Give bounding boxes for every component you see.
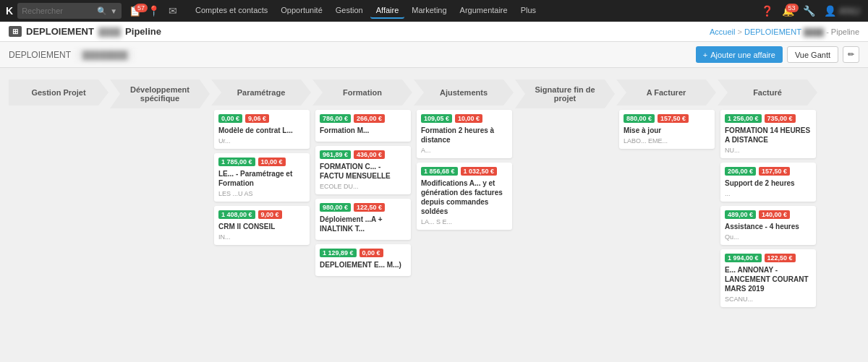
- card-prices: 1 994,00 €122,50 €: [725, 254, 812, 262]
- card-prices: 786,00 €266,00 €: [320, 114, 407, 123]
- card-title: E... ANNONAY - LANCEMENT COURANT MARS 20…: [725, 265, 812, 293]
- price-tag-primary: 489,00 €: [725, 210, 756, 219]
- bc-app[interactable]: DEPLOIEMENT: [744, 27, 801, 36]
- stage-col-1: Développement spécifique: [110, 79, 211, 311]
- stage-cards-6: 880,00 €157,50 €Mise à jourLABO... EME..…: [616, 105, 718, 311]
- card[interactable]: 1 408,00 €9,00 €CRM II CONSEILIN...: [214, 206, 310, 245]
- nav-marketing[interactable]: Marketing: [406, 3, 452, 19]
- toolbar-right: + Ajouter une affaire Vue Gantt ✏: [696, 46, 859, 63]
- stage-cards-3: 786,00 €266,00 €Formation M...961,89 €43…: [312, 105, 414, 311]
- bc-home[interactable]: Accueil: [710, 27, 735, 36]
- card-prices: 880,00 €157,50 €: [624, 114, 710, 123]
- price-tag-secondary: 735,00 €: [765, 114, 796, 123]
- price-tag-secondary: 0,00 €: [359, 249, 383, 257]
- pipeline-columns: Gestion ProjetDéveloppement spécifiquePa…: [9, 79, 859, 311]
- card[interactable]: 1 785,00 €10,00 €LE... - Paramétrage et …: [214, 153, 310, 202]
- nav-gestion[interactable]: Gestion: [330, 3, 369, 19]
- card-sub: Qu...: [725, 233, 812, 241]
- price-tag-secondary: 122,50 €: [765, 254, 796, 262]
- nav-badge: 57: [135, 4, 148, 12]
- price-tag-secondary: 157,50 €: [658, 114, 689, 123]
- user-icon[interactable]: 👤 ANU: [824, 5, 860, 17]
- card-sub: SCANU...: [725, 296, 812, 303]
- card-prices: 1 408,00 €9,00 €: [218, 210, 305, 219]
- app-logo-area: ⊞ DEPLOIEMENT ████ Pipeline: [9, 26, 161, 37]
- nav-argumentaire[interactable]: Argumentaire: [454, 3, 514, 19]
- bc-sep1: >: [738, 27, 744, 36]
- app-name-blurred: ████: [98, 27, 121, 36]
- plus-icon: +: [703, 51, 707, 59]
- email-icon[interactable]: ✉: [169, 5, 177, 17]
- filter-icon[interactable]: ▼: [110, 7, 117, 15]
- stage-header-4: Ajustements: [414, 79, 514, 105]
- stage-cards-2: 0,00 €9,06 €Modèle de contrat L...Ur...1…: [211, 105, 312, 311]
- stage-header-0: Gestion Projet: [9, 79, 109, 105]
- card-prices: 1 856,68 €1 032,50 €: [421, 167, 508, 176]
- card[interactable]: 0,00 €9,06 €Modèle de contrat L...Ur...: [214, 110, 310, 149]
- stage-col-3: Formation786,00 €266,00 €Formation M...9…: [312, 79, 414, 311]
- price-tag-secondary: 9,00 €: [258, 210, 282, 219]
- add-affaire-button[interactable]: + Ajouter une affaire: [696, 46, 783, 63]
- card-title: CRM II CONSEIL: [218, 222, 305, 231]
- bc-app-blurred: ████: [804, 28, 824, 36]
- card-sub: Ur...: [218, 137, 305, 145]
- card-prices: 0,00 €9,06 €: [218, 114, 305, 123]
- app-name: DEPLOIEMENT: [26, 26, 94, 37]
- price-tag-secondary: 140,00 €: [759, 210, 790, 219]
- price-tag-primary: 109,05 €: [421, 114, 452, 123]
- help-icon[interactable]: ❓: [761, 5, 773, 17]
- card[interactable]: 489,00 €140,00 €Assistance - 4 heuresQu.…: [720, 206, 816, 245]
- breadcrumb-bar: ⊞ DEPLOIEMENT ████ Pipeline Accueil > DE…: [0, 22, 868, 42]
- card-sub: A...: [421, 147, 508, 154]
- card-sub: ECOLE DU...: [320, 183, 407, 190]
- pipeline-container: Gestion ProjetDéveloppement spécifiquePa…: [0, 68, 868, 319]
- price-tag-secondary: 122,50 €: [354, 203, 385, 212]
- price-tag-secondary: 266,00 €: [354, 114, 385, 123]
- card-title: DEPLOIEMENT E... M...): [320, 260, 407, 270]
- toolbar-left: DEPLOIEMENT ████████: [9, 49, 133, 61]
- card[interactable]: 1 856,68 €1 032,50 €Modifications A... y…: [417, 163, 512, 230]
- stage-col-2: Paramétrage0,00 €9,06 €Modèle de contrat…: [211, 79, 312, 311]
- card[interactable]: 109,05 €10,00 €Formation 2 heures à dist…: [417, 110, 512, 158]
- gantt-button[interactable]: Vue Gantt: [787, 46, 838, 63]
- stage-header-5: Signature fin de projet: [515, 79, 615, 108]
- card-title: Assistance - 4 heures: [725, 222, 812, 231]
- nav-right: ❓ 🔔 53 🔧 👤 ANU: [759, 5, 862, 17]
- card-title: Mise à jour: [624, 126, 710, 135]
- tools-icon[interactable]: 🔧: [803, 5, 815, 17]
- card[interactable]: 980,00 €122,50 €Déploiement ...A + INALT…: [315, 199, 411, 240]
- card-prices: 489,00 €140,00 €: [725, 210, 812, 219]
- badge-area: 📋 57: [129, 5, 141, 17]
- map-icon[interactable]: 📍: [148, 5, 160, 17]
- price-tag-primary: 1 129,89 €: [320, 249, 357, 257]
- card[interactable]: 961,89 €436,00 €FORMATION C... - FACTU M…: [315, 146, 411, 194]
- price-tag-primary: 1 785,00 €: [218, 158, 255, 166]
- price-tag-primary: 0,00 €: [218, 114, 242, 123]
- card[interactable]: 1 994,00 €122,50 €E... ANNONAY - LANCEME…: [720, 249, 816, 307]
- card[interactable]: 880,00 €157,50 €Mise à jourLABO... EME..…: [619, 110, 715, 149]
- card[interactable]: 206,00 €157,50 €Support de 2 heures...: [720, 163, 816, 202]
- toolbar-sub: ████████: [77, 49, 133, 61]
- stage-col-4: Ajustements109,05 €10,00 €Formation 2 he…: [414, 79, 515, 311]
- nav-opportunite[interactable]: Opportunité: [275, 3, 328, 19]
- card[interactable]: 1 129,89 €0,00 €DEPLOIEMENT E... M...): [315, 244, 411, 276]
- price-tag-secondary: 436,00 €: [354, 150, 385, 159]
- card-prices: 109,05 €10,00 €: [421, 114, 508, 123]
- stage-col-5: Signature fin de projet: [515, 79, 616, 311]
- card[interactable]: 786,00 €266,00 €Formation M...: [315, 110, 411, 142]
- edit-button[interactable]: ✏: [843, 46, 859, 63]
- breadcrumb-right: Accueil > DEPLOIEMENT ████ - Pipeline: [710, 27, 859, 36]
- card-sub: IN...: [218, 233, 305, 241]
- price-tag-primary: 1 856,68 €: [421, 167, 458, 176]
- card[interactable]: 1 256,00 €735,00 €FORMATION 14 HEURES A …: [720, 110, 816, 158]
- card-title: LE... - Paramétrage et Formation: [218, 169, 305, 188]
- top-navigation: K 🔍 ▼ 📋 57 📍 ✉ Comptes et contacts Oppor…: [0, 0, 868, 22]
- stage-header-2: Paramétrage: [211, 79, 311, 105]
- nav-plus[interactable]: Plus: [515, 3, 542, 19]
- card-prices: 961,89 €436,00 €: [320, 150, 407, 159]
- nav-affaire[interactable]: Affaire: [370, 3, 405, 19]
- search-input[interactable]: [22, 7, 94, 15]
- app-logo[interactable]: K: [6, 5, 13, 17]
- nav-comptes[interactable]: Comptes et contacts: [190, 3, 273, 19]
- stage-col-6: A Facturer880,00 €157,50 €Mise à jourLAB…: [616, 79, 718, 311]
